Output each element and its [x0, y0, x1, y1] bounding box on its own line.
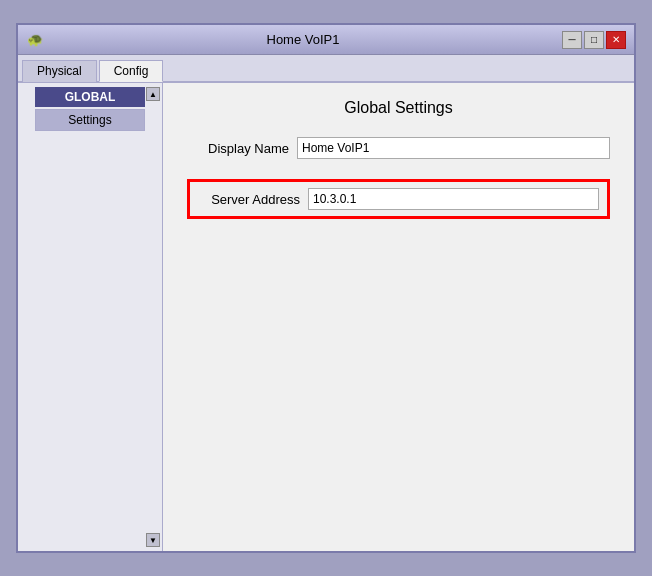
- sidebar-header: GLOBAL: [35, 87, 145, 107]
- content-area: ▲ GLOBAL Settings ▼ Global Settings Disp…: [18, 83, 634, 551]
- sidebar: ▲ GLOBAL Settings ▼: [18, 83, 163, 551]
- display-name-label: Display Name: [187, 141, 297, 156]
- sidebar-item-settings[interactable]: Settings: [35, 109, 145, 131]
- panel-title: Global Settings: [187, 99, 610, 117]
- app-icon: 🐢: [26, 31, 44, 49]
- title-bar: 🐢 Home VoIP1 ─ □ ✕: [18, 25, 634, 55]
- main-window: 🐢 Home VoIP1 ─ □ ✕ Physical Config ▲ GLO…: [16, 23, 636, 553]
- tab-config[interactable]: Config: [99, 60, 164, 82]
- sidebar-scroll-up[interactable]: ▲: [146, 87, 160, 101]
- sidebar-scroll-down[interactable]: ▼: [146, 533, 160, 547]
- display-name-row: Display Name: [187, 137, 610, 159]
- minimize-button[interactable]: ─: [562, 31, 582, 49]
- main-panel: Global Settings Display Name Server Addr…: [163, 83, 634, 551]
- server-address-input[interactable]: [308, 188, 599, 210]
- maximize-button[interactable]: □: [584, 31, 604, 49]
- close-button[interactable]: ✕: [606, 31, 626, 49]
- server-address-row: Server Address: [187, 179, 610, 219]
- display-name-input[interactable]: [297, 137, 610, 159]
- tab-physical[interactable]: Physical: [22, 60, 97, 82]
- window-title: Home VoIP1: [44, 32, 562, 47]
- window-controls: ─ □ ✕: [562, 31, 626, 49]
- tab-bar: Physical Config: [18, 55, 634, 83]
- server-address-label: Server Address: [198, 192, 308, 207]
